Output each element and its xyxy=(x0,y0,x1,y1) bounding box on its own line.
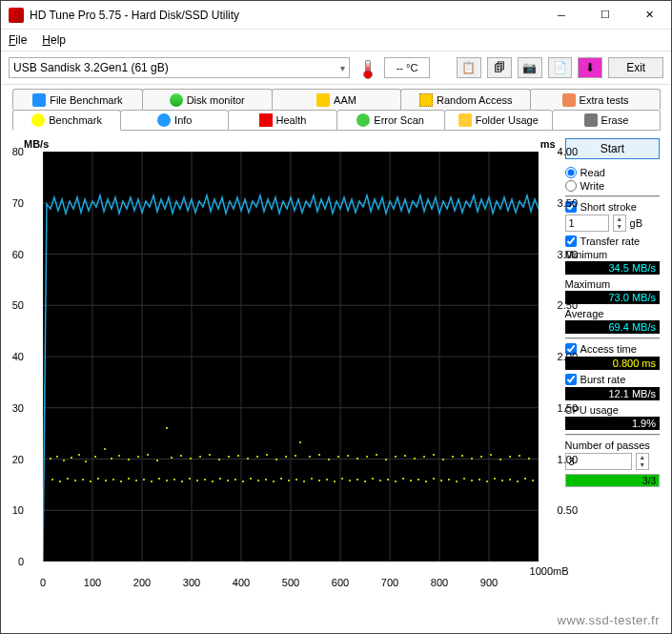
maximize-button[interactable]: ☐ xyxy=(583,1,627,30)
save-button[interactable]: ⬇ xyxy=(578,57,602,78)
svg-point-100 xyxy=(250,478,252,480)
svg-point-102 xyxy=(265,479,267,481)
svg-point-121 xyxy=(410,480,412,481)
svg-point-31 xyxy=(137,456,139,458)
trash-icon xyxy=(584,113,598,127)
svg-point-124 xyxy=(433,478,435,480)
app-icon xyxy=(9,8,24,23)
svg-point-42 xyxy=(237,455,239,457)
svg-point-61 xyxy=(414,458,416,460)
svg-point-123 xyxy=(425,481,427,482)
svg-point-51 xyxy=(318,454,320,456)
save-screenshot-button[interactable]: 📷 xyxy=(518,57,542,78)
svg-point-133 xyxy=(501,480,503,481)
svg-point-40 xyxy=(218,459,220,460)
cross-icon xyxy=(259,113,273,127)
svg-point-90 xyxy=(173,479,175,481)
read-radio[interactable] xyxy=(565,167,577,178)
svg-point-43 xyxy=(247,458,249,460)
tab-folder-usage[interactable]: Folder Usage xyxy=(444,110,553,131)
svg-point-38 xyxy=(199,456,201,458)
svg-point-85 xyxy=(135,480,137,481)
write-radio[interactable] xyxy=(565,180,577,192)
svg-point-73 xyxy=(528,458,530,460)
titlebar: HD Tune Pro 5.75 - Hard Disk/SSD Utility… xyxy=(1,1,671,30)
tab-disk-monitor[interactable]: Disk monitor xyxy=(142,89,273,110)
exit-button[interactable]: Exit xyxy=(608,57,663,78)
device-dropdown[interactable]: USB Sandisk 3.2Gen1 (61 gB) xyxy=(9,57,350,78)
svg-point-50 xyxy=(309,456,311,458)
svg-point-69 xyxy=(490,454,492,456)
svg-point-95 xyxy=(212,481,214,482)
svg-point-82 xyxy=(112,479,114,481)
burst-rate-checkbox[interactable] xyxy=(565,374,577,385)
menubar: File Help xyxy=(1,30,671,51)
tab-info[interactable]: Info xyxy=(120,110,229,131)
svg-point-76 xyxy=(67,478,69,480)
bulb-icon xyxy=(31,113,45,127)
svg-point-66 xyxy=(461,455,463,457)
svg-point-117 xyxy=(379,480,381,481)
average-label: Average xyxy=(565,308,660,319)
svg-point-106 xyxy=(295,479,297,481)
svg-point-93 xyxy=(196,480,198,481)
passes-spinner[interactable]: ▲▼ xyxy=(636,453,649,470)
speaker-icon xyxy=(316,93,330,107)
magnifier-icon xyxy=(356,113,370,127)
info-icon xyxy=(157,113,171,127)
svg-point-78 xyxy=(82,479,84,481)
minimum-label: Minimum xyxy=(565,249,660,260)
svg-point-97 xyxy=(227,480,229,481)
svg-point-99 xyxy=(242,481,244,482)
svg-point-55 xyxy=(356,458,358,460)
svg-point-65 xyxy=(452,456,454,458)
svg-point-113 xyxy=(349,480,351,481)
svg-point-41 xyxy=(228,456,230,458)
tab-aam[interactable]: AAM xyxy=(272,89,402,110)
close-button[interactable]: ✕ xyxy=(627,1,671,30)
svg-point-35 xyxy=(171,457,173,459)
short-stroke-spinner[interactable]: ▲▼ xyxy=(613,215,626,232)
svg-point-75 xyxy=(59,481,61,482)
minimize-button[interactable]: ─ xyxy=(540,1,583,30)
short-stroke-input[interactable]: 1 xyxy=(565,215,609,232)
svg-point-22 xyxy=(63,460,65,461)
menu-help[interactable]: Help xyxy=(42,33,66,47)
svg-point-34 xyxy=(166,427,168,429)
tab-error-scan[interactable]: Error Scan xyxy=(336,110,445,131)
copy-info-button[interactable]: 📋 xyxy=(457,57,481,78)
svg-point-94 xyxy=(204,479,206,481)
copy-screenshot-button[interactable]: 🗐 xyxy=(487,57,512,78)
start-button[interactable]: Start xyxy=(565,138,660,159)
svg-point-132 xyxy=(494,478,496,480)
tab-extra-tests[interactable]: Extra tests xyxy=(530,89,661,110)
tab-health[interactable]: Health xyxy=(228,110,336,131)
access-time-value: 0.800 ms xyxy=(565,357,660,370)
svg-point-84 xyxy=(128,478,130,480)
svg-point-77 xyxy=(74,480,76,481)
tab-file-benchmark[interactable]: File Benchmark xyxy=(12,89,143,110)
svg-point-67 xyxy=(471,458,473,460)
svg-point-92 xyxy=(189,478,191,480)
svg-point-120 xyxy=(402,478,404,480)
tab-erase[interactable]: Erase xyxy=(552,110,661,131)
svg-point-23 xyxy=(71,457,72,459)
svg-point-45 xyxy=(266,454,268,456)
svg-point-129 xyxy=(471,480,473,481)
svg-point-46 xyxy=(275,459,277,460)
svg-point-70 xyxy=(499,459,501,460)
svg-point-96 xyxy=(219,478,221,480)
cpu-usage-label: CPU usage xyxy=(565,404,660,416)
svg-point-36 xyxy=(180,455,182,457)
menu-file[interactable]: File xyxy=(9,33,27,47)
svg-point-64 xyxy=(442,459,444,460)
svg-point-72 xyxy=(519,455,520,457)
tab-random-access[interactable]: Random Access xyxy=(400,89,531,110)
tab-benchmark[interactable]: Benchmark xyxy=(12,110,121,131)
svg-point-74 xyxy=(51,479,53,481)
svg-point-107 xyxy=(303,481,305,482)
options-button[interactable]: 📄 xyxy=(548,57,573,78)
svg-point-103 xyxy=(273,481,275,482)
benchmark-chart: MB/s ms 80706050403020100 4.003.503.002.… xyxy=(12,138,558,596)
transfer-rate-checkbox[interactable] xyxy=(565,235,577,247)
